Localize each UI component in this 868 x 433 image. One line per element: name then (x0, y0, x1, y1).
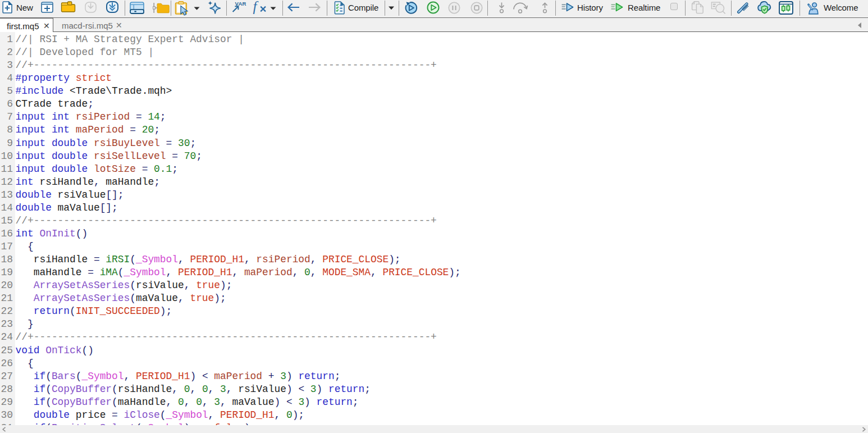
svg-text:f: f (253, 1, 259, 14)
